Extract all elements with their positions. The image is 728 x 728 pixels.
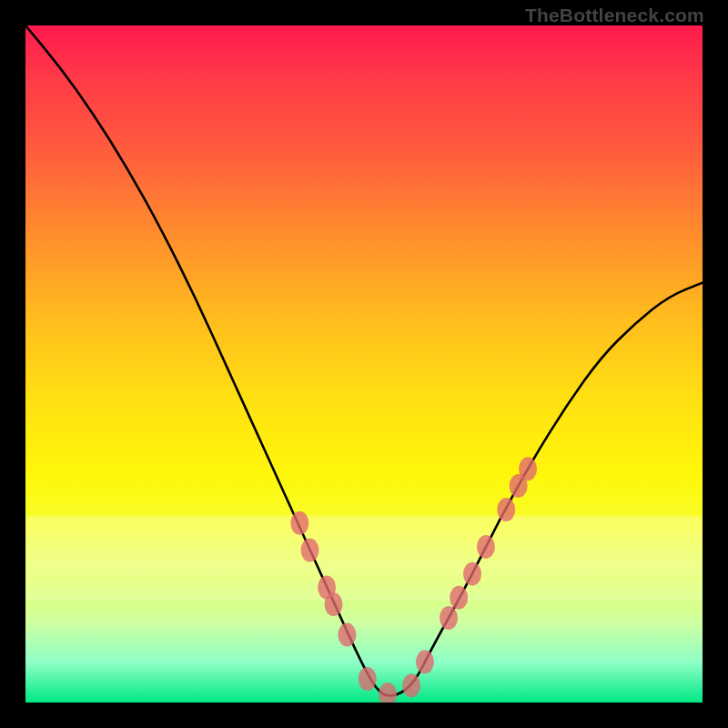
highlight-dot <box>416 650 434 673</box>
highlight-dot <box>338 623 356 647</box>
highlight-dot <box>402 673 420 697</box>
highlight-dot <box>379 682 397 703</box>
highlight-dot <box>477 535 495 559</box>
highlight-dot <box>359 667 377 691</box>
highlight-dot <box>290 511 308 535</box>
chart-frame: TheBottleneck.com <box>0 0 728 728</box>
highlight-dots <box>290 457 537 703</box>
highlight-dot <box>519 457 537 480</box>
plot-area <box>25 25 703 703</box>
highlight-dot <box>300 539 318 562</box>
highlight-dot <box>325 592 343 616</box>
highlight-dot <box>497 498 515 521</box>
bottleneck-curve <box>25 25 703 696</box>
highlight-dot <box>450 586 468 610</box>
chart-svg <box>25 25 703 703</box>
highlight-dot <box>440 606 458 630</box>
watermark-text: TheBottleneck.com <box>525 5 704 25</box>
highlight-dot <box>463 562 481 586</box>
